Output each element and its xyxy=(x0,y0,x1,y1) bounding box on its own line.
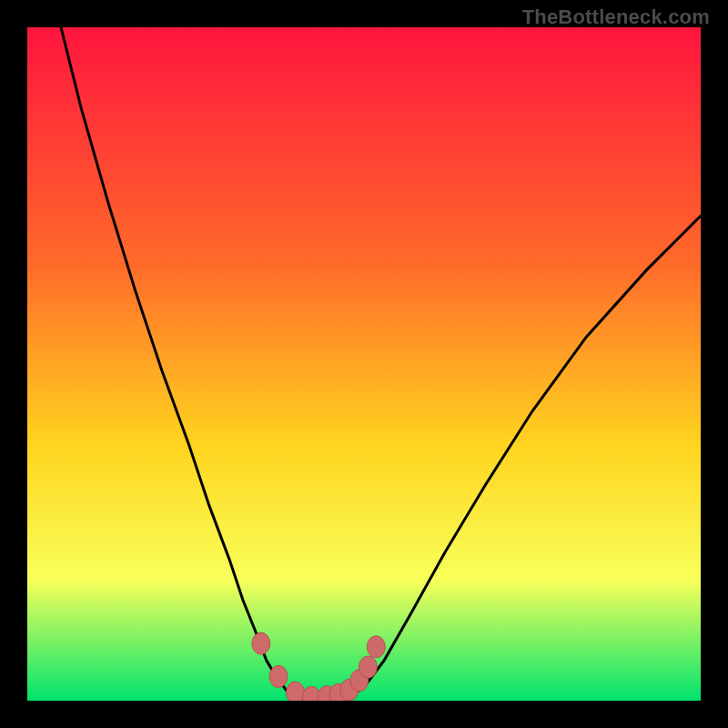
gradient-background xyxy=(27,27,701,701)
marker-point xyxy=(359,656,377,678)
marker-point xyxy=(287,682,305,701)
watermark-text: TheBottleneck.com xyxy=(522,5,710,29)
marker-point xyxy=(252,632,270,654)
chart-svg xyxy=(27,27,701,701)
marker-point xyxy=(269,665,288,687)
chart-frame: TheBottleneck.com xyxy=(0,0,728,728)
plot-area xyxy=(27,27,701,701)
marker-point xyxy=(367,636,385,658)
